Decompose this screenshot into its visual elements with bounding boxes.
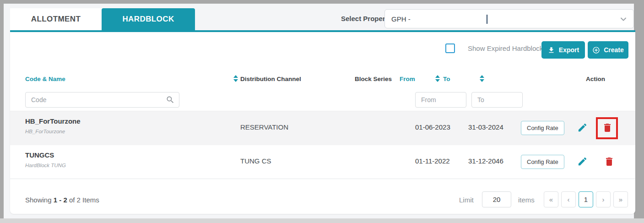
- plus-circle-icon: [592, 46, 600, 54]
- tab-hardblock-label: HARDBLOCK: [122, 15, 174, 24]
- col-header-distribution-channel: Distribution Channel: [240, 76, 301, 82]
- row-to-date: 31-03-2024: [468, 123, 503, 131]
- edit-button[interactable]: [577, 122, 588, 134]
- to-filter-input[interactable]: [471, 92, 523, 108]
- row-distribution-channel: RESERVATION: [240, 123, 288, 131]
- page-background: ALLOTMENT HARDBLOCK Select Property GPH …: [4, 4, 634, 218]
- create-button-label: Create: [604, 46, 624, 54]
- table-footer: Showing 1 - 2 of 2 Items Limit items « ‹…: [10, 188, 635, 214]
- row-from-date: 01-11-2022: [415, 157, 450, 165]
- sort-icon-from[interactable]: [435, 75, 440, 82]
- show-expired-checkbox[interactable]: [445, 44, 455, 53]
- col-header-block-series: Block Series: [355, 76, 392, 82]
- show-expired-label: Show Expired Hardblock: [468, 44, 543, 52]
- row-name: HardBlock TUNG: [25, 163, 66, 168]
- select-property-label: Select Property: [341, 15, 391, 22]
- text-cursor: [487, 15, 487, 24]
- trash-icon: [602, 122, 613, 133]
- sort-icon-to[interactable]: [480, 75, 484, 82]
- pagination-next-button[interactable]: ›: [596, 191, 611, 207]
- table-row: TUNGCS HardBlock TUNG TUNG CS 01-11-2022…: [10, 145, 635, 179]
- search-icon[interactable]: [166, 95, 175, 104]
- pagination-prev-button[interactable]: ‹: [561, 191, 576, 207]
- config-rate-button[interactable]: Config Rate: [521, 155, 564, 169]
- row-from-date: 01-06-2023: [415, 123, 450, 131]
- code-filter-input[interactable]: [25, 92, 179, 108]
- property-select-value: GPH -: [391, 15, 411, 23]
- pagination-page-1-button[interactable]: 1: [579, 191, 593, 207]
- showing-suffix: of 2 Items: [69, 196, 99, 204]
- limit-label: Limit: [459, 196, 474, 204]
- sort-icon-code-name[interactable]: [233, 75, 238, 82]
- showing-summary: Showing 1 - 2 of 2 Items: [25, 196, 99, 204]
- col-header-action: Action: [586, 76, 605, 82]
- pagination-last-button[interactable]: »: [613, 191, 628, 207]
- pencil-icon: [577, 122, 588, 133]
- export-button[interactable]: Export: [541, 41, 585, 59]
- row-code: HB_ForTourzone: [25, 117, 81, 125]
- tab-strip: ALLOTMENT HARDBLOCK: [10, 8, 195, 30]
- row-distribution-channel: TUNG CS: [240, 157, 271, 165]
- showing-prefix: Showing: [25, 196, 52, 204]
- tab-hardblock[interactable]: HARDBLOCK: [102, 8, 195, 30]
- config-rate-button[interactable]: Config Rate: [521, 121, 564, 135]
- row-code: TUNGCS: [25, 151, 54, 159]
- table-header-row: Code & Name Distribution Channel Block S…: [10, 71, 635, 90]
- col-header-from[interactable]: From: [400, 76, 415, 82]
- property-select[interactable]: GPH -: [384, 9, 634, 28]
- row-to-date: 31-12-2046: [468, 157, 503, 165]
- hardblock-panel: Show Expired Hardblock Export Create Cod…: [10, 32, 635, 214]
- items-label: items: [518, 196, 535, 204]
- create-button[interactable]: Create: [588, 41, 628, 59]
- tab-allotment[interactable]: ALLOTMENT: [10, 8, 102, 30]
- download-icon: [547, 46, 555, 54]
- table-row: HB_ForTourzone HB_ForTourzone RESERVATIO…: [10, 111, 635, 145]
- row-name: HB_ForTourzone: [25, 129, 65, 134]
- col-header-to[interactable]: To: [443, 76, 450, 82]
- showing-range: 1 - 2: [54, 196, 67, 204]
- delete-button[interactable]: [603, 156, 615, 168]
- edit-button[interactable]: [577, 156, 588, 168]
- export-button-label: Export: [559, 46, 579, 54]
- pagination-first-button[interactable]: «: [544, 191, 558, 207]
- delete-button[interactable]: [601, 122, 613, 134]
- trash-icon: [604, 156, 615, 167]
- from-filter-input[interactable]: [415, 92, 466, 108]
- col-header-code-name[interactable]: Code & Name: [25, 76, 65, 82]
- pencil-icon: [577, 156, 588, 167]
- bottom-frame-strip: [0, 218, 644, 223]
- limit-input[interactable]: [482, 191, 511, 207]
- tab-allotment-label: ALLOTMENT: [31, 15, 81, 24]
- table-filter-row: [10, 90, 635, 111]
- chevron-down-icon: [620, 16, 627, 23]
